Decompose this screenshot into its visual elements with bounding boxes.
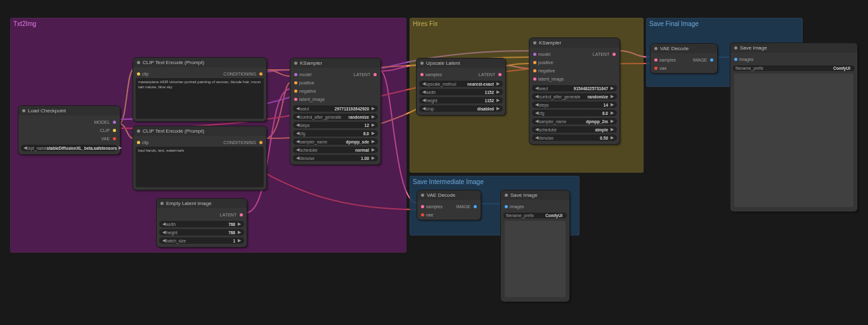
node-title: KSampler	[300, 60, 322, 66]
widget-scheduler[interactable]: ◀schedulersimple▶	[532, 126, 617, 133]
node-title: CLIP Text Encode (Prompt)	[143, 60, 204, 65]
image-preview	[734, 74, 853, 207]
widget-steps[interactable]: ◀steps12▶	[293, 122, 378, 128]
node-ksampler-2[interactable]: KSampler modelLATENT positive negative l…	[529, 38, 619, 144]
node-title: Upscale Latent	[426, 60, 460, 66]
node-load-checkpoint[interactable]: Load Checkpoint MODEL CLIP VAE ◀ ckpt_na…	[18, 106, 120, 154]
node-vae-decode-intermediate[interactable]: VAE Decode samplesIMAGE vae	[417, 190, 481, 220]
widget-batch[interactable]: ◀batch_size1▶	[159, 237, 244, 244]
widget-height[interactable]: ◀height1152▶	[419, 97, 503, 103]
widget-cfg[interactable]: ◀cfg8.0▶	[293, 130, 378, 136]
widget-height[interactable]: ◀height768▶	[159, 229, 244, 235]
widget-scheduler[interactable]: ◀schedulernormal▶	[293, 147, 378, 153]
collapse-icon[interactable]	[533, 41, 536, 44]
group-title: Txt2Img	[13, 20, 36, 27]
widget-cfg[interactable]: ◀cfg8.0▶	[532, 110, 617, 116]
node-title: Save Image	[740, 45, 767, 51]
widget-seed[interactable]: ◀seed297713192642920▶	[293, 105, 378, 112]
collapse-icon[interactable]	[734, 46, 737, 50]
widget-control[interactable]: ◀control_after_generaterandomize▶	[532, 93, 617, 100]
node-ksampler-1[interactable]: KSampler modelLATENT positive negative l…	[290, 58, 380, 164]
group-title: Save Final Image	[649, 20, 699, 27]
node-title: Save Image	[510, 192, 538, 198]
collapse-icon[interactable]	[420, 62, 424, 65]
node-header[interactable]: VAE Decode	[651, 44, 717, 53]
node-title: KSampler	[539, 40, 561, 46]
widget-width[interactable]: ◀width1152▶	[419, 89, 503, 95]
collapse-icon[interactable]	[294, 62, 297, 65]
node-vae-decode-final[interactable]: VAE Decode samplesIMAGE vae	[651, 44, 717, 73]
node-clip-text-encode-negative[interactable]: CLIP Text Encode (Prompt) clip CONDITION…	[133, 126, 266, 190]
node-header[interactable]: KSampler	[529, 38, 619, 48]
node-header[interactable]: CLIP Text Encode (Prompt)	[133, 126, 266, 136]
node-save-image-final[interactable]: Save Image images filename_prefix ComfyU…	[730, 43, 857, 211]
node-header[interactable]: Save Image	[730, 43, 857, 53]
node-clip-text-encode-positive[interactable]: CLIP Text Encode (Prompt) clip CONDITION…	[133, 58, 266, 121]
widget-sampler[interactable]: ◀sampler_namedpmpp_sde▶	[293, 138, 378, 145]
node-header[interactable]: CLIP Text Encode (Prompt)	[133, 58, 266, 67]
node-upscale-latent[interactable]: Upscale Latent samplesLATENT ◀upscale_me…	[417, 58, 505, 115]
node-header[interactable]: Load Checkpoint	[18, 106, 120, 116]
chevron-right-icon[interactable]: ▶	[119, 145, 122, 150]
collapse-icon[interactable]	[160, 202, 164, 205]
node-save-image-intermediate[interactable]: Save Image images filename_prefix ComfyU…	[501, 190, 569, 302]
collapse-icon[interactable]	[137, 129, 140, 133]
node-title: Empty Latent Image	[166, 201, 212, 206]
collapse-icon[interactable]	[421, 194, 424, 197]
widget-filename-prefix[interactable]: filename_prefix ComfyUI	[503, 213, 567, 218]
node-header[interactable]: Empty Latent Image	[157, 199, 247, 208]
widget-ckpt-name[interactable]: ◀ ckpt_name stableDiffusionXL_beta.safet…	[21, 145, 117, 151]
collapse-icon[interactable]	[22, 109, 25, 112]
widget-denoise[interactable]: ◀denoise1.00▶	[293, 155, 378, 161]
widget-crop[interactable]: ◀cropdisabled▶	[419, 105, 503, 112]
prompt-input[interactable]: bad hands, text, watermark	[136, 147, 264, 187]
node-empty-latent-image[interactable]: Empty Latent Image LATENT ◀width768▶ ◀he…	[157, 199, 247, 247]
node-title: VAE Decode	[660, 46, 689, 51]
node-title: VAE Decode	[427, 192, 455, 198]
collapse-icon[interactable]	[137, 61, 140, 64]
node-title: Load Checkpoint	[28, 108, 66, 114]
node-header[interactable]: VAE Decode	[417, 190, 481, 200]
collapse-icon[interactable]	[505, 194, 508, 197]
widget-method[interactable]: ◀upscale_methodnearest-exact▶	[419, 81, 503, 87]
node-header[interactable]: KSampler	[290, 58, 380, 68]
widget-control[interactable]: ◀control_after_generaterandomize▶	[293, 114, 378, 120]
widget-filename-prefix[interactable]: filename_prefix ComfyUI	[733, 65, 855, 71]
prompt-input[interactable]: masterpiece HDR victorian portrait paint…	[136, 78, 264, 119]
image-preview	[505, 221, 566, 297]
node-header[interactable]: Upscale Latent	[417, 58, 505, 68]
group-title: Save Intermediate Image	[413, 178, 484, 185]
widget-seed[interactable]: ◀seed915448225731647▶	[532, 85, 617, 91]
group-title: Hires Fix	[413, 20, 437, 27]
widget-sampler[interactable]: ◀sampler_namedpmpp_2m▶	[532, 118, 617, 124]
widget-denoise[interactable]: ◀denoise0.50▶	[532, 135, 617, 141]
node-title: CLIP Text Encode (Prompt)	[143, 128, 204, 134]
widget-width[interactable]: ◀width768▶	[159, 221, 244, 227]
collapse-icon[interactable]	[654, 47, 657, 50]
node-header[interactable]: Save Image	[501, 190, 569, 200]
widget-steps[interactable]: ◀steps14▶	[532, 102, 617, 108]
